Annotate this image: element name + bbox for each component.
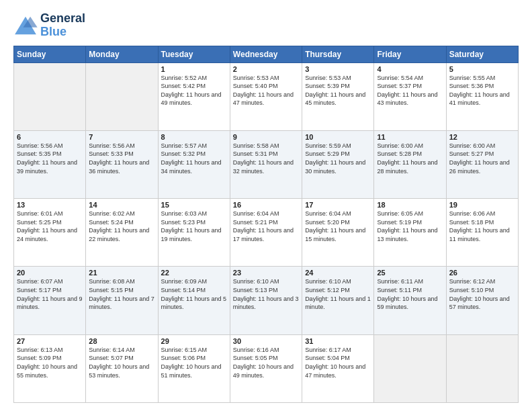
day-number: 8 [161, 133, 227, 141]
day-cell: 13Sunrise: 6:01 AM Sunset: 5:25 PM Dayli… [14, 199, 86, 267]
day-cell: 2Sunrise: 5:53 AM Sunset: 5:40 PM Daylig… [230, 62, 302, 130]
week-row-4: 20Sunrise: 6:07 AM Sunset: 5:17 PM Dayli… [14, 267, 519, 334]
day-info: Sunrise: 6:09 AM Sunset: 5:14 PM Dayligh… [161, 277, 227, 311]
day-info: Sunrise: 6:12 AM Sunset: 5:10 PM Dayligh… [449, 277, 515, 311]
day-cell: 8Sunrise: 5:57 AM Sunset: 5:32 PM Daylig… [158, 130, 230, 198]
day-cell: 19Sunrise: 6:06 AM Sunset: 5:18 PM Dayli… [446, 199, 518, 267]
day-number: 27 [17, 337, 83, 345]
day-info: Sunrise: 5:57 AM Sunset: 5:32 PM Dayligh… [161, 142, 227, 175]
day-number: 12 [449, 133, 515, 141]
day-cell [86, 62, 158, 130]
day-cell: 17Sunrise: 6:04 AM Sunset: 5:20 PM Dayli… [302, 199, 374, 267]
day-number: 18 [377, 201, 443, 209]
day-cell: 7Sunrise: 5:56 AM Sunset: 5:33 PM Daylig… [86, 130, 158, 198]
day-cell: 6Sunrise: 5:56 AM Sunset: 5:35 PM Daylig… [14, 130, 86, 198]
day-info: Sunrise: 5:55 AM Sunset: 5:36 PM Dayligh… [449, 74, 515, 107]
day-cell: 27Sunrise: 6:13 AM Sunset: 5:09 PM Dayli… [14, 334, 86, 402]
day-number: 14 [89, 201, 154, 209]
day-number: 20 [17, 269, 83, 277]
day-cell: 23Sunrise: 6:10 AM Sunset: 5:13 PM Dayli… [230, 267, 302, 334]
header: General Blue [13, 12, 519, 39]
day-cell: 28Sunrise: 6:14 AM Sunset: 5:07 PM Dayli… [86, 334, 158, 402]
day-info: Sunrise: 5:52 AM Sunset: 5:42 PM Dayligh… [161, 74, 227, 107]
week-row-3: 13Sunrise: 6:01 AM Sunset: 5:25 PM Dayli… [14, 199, 519, 267]
day-number: 19 [449, 201, 515, 209]
day-number: 3 [305, 65, 371, 73]
day-number: 25 [377, 269, 443, 277]
day-info: Sunrise: 6:04 AM Sunset: 5:20 PM Dayligh… [305, 210, 371, 243]
day-info: Sunrise: 6:05 AM Sunset: 5:19 PM Dayligh… [377, 210, 443, 243]
day-number: 1 [161, 65, 227, 73]
day-info: Sunrise: 6:15 AM Sunset: 5:06 PM Dayligh… [161, 346, 227, 379]
day-header-sunday: Sunday [14, 46, 86, 62]
day-number: 5 [449, 65, 515, 73]
day-number: 16 [233, 201, 299, 209]
day-cell: 18Sunrise: 6:05 AM Sunset: 5:19 PM Dayli… [374, 199, 446, 267]
day-cell: 4Sunrise: 5:54 AM Sunset: 5:37 PM Daylig… [374, 62, 446, 130]
day-info: Sunrise: 6:07 AM Sunset: 5:17 PM Dayligh… [17, 277, 83, 311]
day-number: 17 [305, 201, 371, 209]
day-info: Sunrise: 5:59 AM Sunset: 5:29 PM Dayligh… [305, 142, 371, 175]
day-cell: 15Sunrise: 6:03 AM Sunset: 5:23 PM Dayli… [158, 199, 230, 267]
day-cell: 12Sunrise: 6:00 AM Sunset: 5:27 PM Dayli… [446, 130, 518, 198]
day-info: Sunrise: 6:13 AM Sunset: 5:09 PM Dayligh… [17, 346, 83, 379]
page: General Blue SundayMondayTuesdayWednesda… [0, 0, 532, 411]
day-number: 10 [305, 133, 371, 141]
day-info: Sunrise: 6:10 AM Sunset: 5:13 PM Dayligh… [233, 277, 299, 311]
day-header-friday: Friday [374, 46, 446, 62]
day-info: Sunrise: 6:16 AM Sunset: 5:05 PM Dayligh… [233, 346, 299, 379]
day-number: 28 [89, 337, 154, 345]
day-number: 11 [377, 133, 443, 141]
day-number: 6 [17, 133, 83, 141]
day-cell: 25Sunrise: 6:11 AM Sunset: 5:11 PM Dayli… [374, 267, 446, 334]
day-number: 30 [233, 337, 299, 345]
day-cell: 26Sunrise: 6:12 AM Sunset: 5:10 PM Dayli… [446, 267, 518, 334]
day-number: 13 [17, 201, 83, 209]
logo: General Blue [13, 12, 85, 39]
day-cell [14, 62, 86, 130]
day-number: 22 [161, 269, 227, 277]
day-cell: 31Sunrise: 6:17 AM Sunset: 5:04 PM Dayli… [302, 334, 374, 402]
header-row: SundayMondayTuesdayWednesdayThursdayFrid… [14, 46, 519, 62]
day-info: Sunrise: 6:03 AM Sunset: 5:23 PM Dayligh… [161, 210, 227, 243]
day-number: 9 [233, 133, 299, 141]
day-cell: 24Sunrise: 6:10 AM Sunset: 5:12 PM Dayli… [302, 267, 374, 334]
day-header-monday: Monday [86, 46, 158, 62]
day-info: Sunrise: 6:02 AM Sunset: 5:24 PM Dayligh… [89, 210, 154, 243]
day-number: 21 [89, 269, 154, 277]
day-cell: 3Sunrise: 5:53 AM Sunset: 5:39 PM Daylig… [302, 62, 374, 130]
day-number: 15 [161, 201, 227, 209]
day-info: Sunrise: 6:06 AM Sunset: 5:18 PM Dayligh… [449, 210, 515, 243]
day-cell [446, 334, 518, 402]
day-cell: 30Sunrise: 6:16 AM Sunset: 5:05 PM Dayli… [230, 334, 302, 402]
day-number: 7 [89, 133, 154, 141]
day-cell [374, 334, 446, 402]
day-info: Sunrise: 6:01 AM Sunset: 5:25 PM Dayligh… [17, 210, 83, 243]
day-number: 26 [449, 269, 515, 277]
day-info: Sunrise: 5:56 AM Sunset: 5:33 PM Dayligh… [89, 142, 154, 175]
day-info: Sunrise: 6:00 AM Sunset: 5:28 PM Dayligh… [377, 142, 443, 175]
day-number: 23 [233, 269, 299, 277]
day-info: Sunrise: 6:17 AM Sunset: 5:04 PM Dayligh… [305, 346, 371, 379]
day-info: Sunrise: 5:58 AM Sunset: 5:31 PM Dayligh… [233, 142, 299, 175]
day-cell: 22Sunrise: 6:09 AM Sunset: 5:14 PM Dayli… [158, 267, 230, 334]
day-header-thursday: Thursday [302, 46, 374, 62]
calendar-table: SundayMondayTuesdayWednesdayThursdayFrid… [13, 46, 519, 403]
day-info: Sunrise: 6:11 AM Sunset: 5:11 PM Dayligh… [377, 277, 443, 311]
day-cell: 16Sunrise: 6:04 AM Sunset: 5:21 PM Dayli… [230, 199, 302, 267]
week-row-5: 27Sunrise: 6:13 AM Sunset: 5:09 PM Dayli… [14, 334, 519, 402]
day-cell: 20Sunrise: 6:07 AM Sunset: 5:17 PM Dayli… [14, 267, 86, 334]
day-cell: 5Sunrise: 5:55 AM Sunset: 5:36 PM Daylig… [446, 62, 518, 130]
day-info: Sunrise: 6:10 AM Sunset: 5:12 PM Dayligh… [305, 277, 371, 311]
day-number: 4 [377, 65, 443, 73]
day-cell: 21Sunrise: 6:08 AM Sunset: 5:15 PM Dayli… [86, 267, 158, 334]
day-cell: 14Sunrise: 6:02 AM Sunset: 5:24 PM Dayli… [86, 199, 158, 267]
logo-icon [13, 15, 38, 36]
day-info: Sunrise: 6:00 AM Sunset: 5:27 PM Dayligh… [449, 142, 515, 175]
day-info: Sunrise: 5:53 AM Sunset: 5:39 PM Dayligh… [305, 74, 371, 107]
day-header-wednesday: Wednesday [230, 46, 302, 62]
day-info: Sunrise: 5:56 AM Sunset: 5:35 PM Dayligh… [17, 142, 83, 175]
logo-text-general: General [40, 12, 85, 26]
day-cell: 11Sunrise: 6:00 AM Sunset: 5:28 PM Dayli… [374, 130, 446, 198]
day-info: Sunrise: 6:04 AM Sunset: 5:21 PM Dayligh… [233, 210, 299, 243]
